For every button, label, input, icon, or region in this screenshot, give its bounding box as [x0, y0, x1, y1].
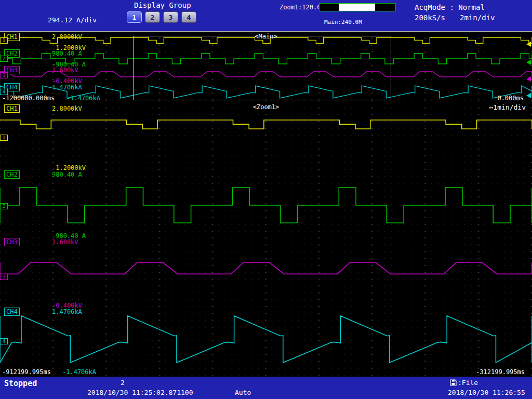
oscilloscope-screen: 294.12 A/div CH4 : 0.500V/div Position :…	[0, 0, 532, 399]
position-marker-ch4-main[interactable]: 4	[0, 89, 8, 95]
zoom-ch3-label[interactable]: CH3	[4, 238, 20, 246]
level-arrow-ch3[interactable]	[526, 76, 531, 82]
acquisition-datetime: 2018/10/30 11:25:02.871100	[87, 389, 193, 396]
main-ch1-top-value: 2.8000kV	[52, 33, 82, 41]
position-marker-ch1-main[interactable]: 1	[0, 37, 8, 44]
main-ch3-row: CH3 1.600kV	[0, 66, 532, 74]
display-group-button-1[interactable]: 1	[127, 11, 142, 23]
main-ch2-row: CH2 980.40 A	[0, 49, 532, 58]
trigger-mode: Auto	[235, 389, 251, 396]
zoom-ch2-top-value: 980.40 A	[52, 171, 82, 178]
level-arrow-ch1[interactable]	[526, 42, 531, 47]
status-bar: Stopped 2 2018/10/30 11:25:02.871100 Aut…	[0, 377, 532, 399]
main-time-start: -1200000.000ms	[2, 95, 55, 102]
sample-rate: 200kS/s	[415, 14, 445, 22]
trace-ch2-zoom	[0, 188, 532, 223]
zoom-window-handle[interactable]	[339, 4, 376, 11]
main-ch4-top-value: 1.4706kA	[52, 84, 82, 91]
acquisition-status: Stopped	[4, 379, 37, 388]
main-time-end: 0.000ms	[497, 95, 524, 102]
main-ch3-top-value: 1.600kV	[52, 66, 78, 74]
display-group-buttons: 1 2 3 4	[127, 11, 196, 23]
zoom-ch4-label[interactable]: CH4	[4, 308, 20, 316]
zoom-ch3-row: CH3 1.600kV	[0, 238, 532, 246]
position-marker-ch4-zoom[interactable]: 4	[0, 338, 8, 344]
zoom-waveform-view: <Zoom1> ↔1min/div CH1 2.8000kV -1.2000kV…	[0, 101, 532, 377]
zoom-time-end: -312199.995ms	[476, 368, 525, 376]
zoom-ch2-row: CH2 980.40 A	[0, 170, 532, 179]
zoom-ch1-label[interactable]: CH1	[4, 104, 20, 113]
timebase: 2min/div	[460, 14, 495, 22]
display-group-button-2[interactable]: 2	[145, 11, 160, 23]
zoom-ch4-top-value: 1.4706kA	[52, 308, 82, 315]
clock-datetime: 2018/10/30 11:26:55	[448, 389, 525, 396]
main-ch2-top-value: 980.40 A	[52, 50, 82, 57]
position-marker-ch3-zoom[interactable]: 3	[0, 274, 8, 280]
main-ch4-row: CH4 1.4706kA	[0, 83, 532, 91]
position-marker-ch3-main[interactable]: 3	[0, 72, 8, 78]
trace-ch3-zoom	[0, 262, 532, 274]
zoom-ch1-top-value: 2.8000kV	[52, 105, 82, 112]
zoom-ch3-top-value: 1.600kV	[52, 238, 78, 246]
floppy-disk-icon	[450, 379, 457, 386]
display-group-button-4[interactable]: 4	[181, 11, 196, 23]
trace-ch1-zoom	[0, 120, 532, 129]
main-ch1-row: CH1 2.8000kV	[0, 33, 532, 41]
level-arrow-ch2[interactable]	[526, 60, 531, 65]
zoom-ch4-bottom-value: -1.4706kA	[62, 368, 96, 376]
zoom-ch1-row: CH1 2.8000kV	[0, 104, 532, 113]
file-label: :File	[458, 379, 478, 387]
acq-rate-readout: 200kS/s 2min/div	[415, 14, 495, 22]
file-indicator[interactable]: :File	[450, 379, 478, 387]
zoom-length-label: Zoom1:120.0M	[280, 4, 325, 11]
zoom-position-bar[interactable]	[319, 3, 396, 11]
zoom-ch4-row: CH4 1.4706kA	[0, 308, 532, 316]
position-marker-ch1-zoom[interactable]: 1	[0, 135, 8, 141]
display-group-label: Display Group	[134, 1, 191, 9]
level-arrow-ch4[interactable]	[526, 93, 531, 98]
header-bar: 294.12 A/div CH4 : 0.500V/div Position :…	[0, 0, 532, 31]
zoom-time-start: -912199.995ms	[2, 368, 51, 376]
trace-ch4-zoom	[0, 316, 532, 363]
group-number: 2	[121, 379, 125, 387]
zoom-ch2-label[interactable]: CH2	[4, 170, 20, 179]
main-waveform-view: <Main> CH1 2.8000kV -1.2000kV CH2 980.40…	[0, 31, 532, 102]
acq-mode-readout: AcqMode : Normal	[415, 3, 485, 11]
readout-scale-line: 294.12 A/div	[3, 16, 97, 24]
main-length-label: Main:240.0M	[324, 19, 362, 25]
position-marker-ch2-zoom[interactable]: 2	[0, 203, 8, 209]
main-ch4-bottom-value: -1.4706kA	[66, 95, 100, 102]
position-marker-ch2-main[interactable]: 2	[0, 56, 8, 62]
display-group-button-3[interactable]: 3	[163, 11, 178, 23]
